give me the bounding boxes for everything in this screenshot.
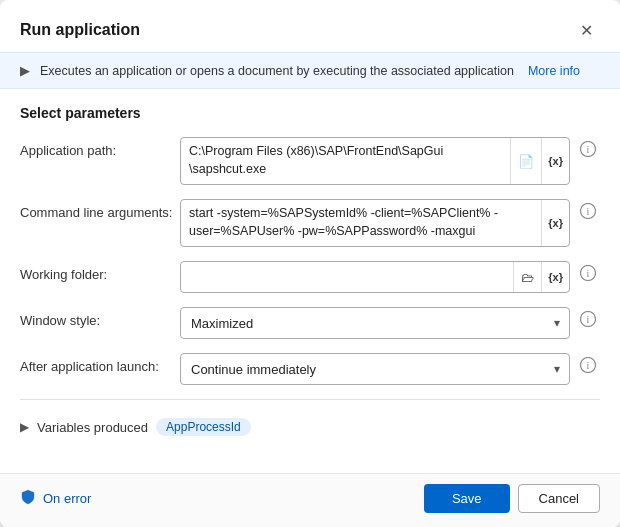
footer-buttons: Save Cancel	[424, 484, 600, 513]
application-path-control: C:\Program Files (x86)\SAP\FrontEnd\SapG…	[180, 137, 600, 185]
after-launch-select-wrap: Continue immediately Wait for applicatio…	[180, 353, 570, 385]
application-path-input[interactable]: C:\Program Files (x86)\SAP\FrontEnd\SapG…	[181, 138, 510, 184]
folder-browse-button[interactable]: 🗁	[513, 262, 541, 292]
working-folder-control: 🗁 {x} i	[180, 261, 600, 293]
variables-chevron-icon[interactable]: ▶	[20, 420, 29, 434]
after-launch-label: After application launch:	[20, 353, 180, 374]
application-path-input-wrap: C:\Program Files (x86)\SAP\FrontEnd\SapG…	[180, 137, 570, 185]
window-style-select[interactable]: Maximized Normal Minimized	[180, 307, 570, 339]
info-button-folder[interactable]: i	[576, 261, 600, 285]
info-button-cmdline[interactable]: i	[576, 199, 600, 223]
dialog-footer: On error Save Cancel	[0, 473, 620, 527]
more-info-link[interactable]: More info	[528, 64, 580, 78]
info-button-windowstyle[interactable]: i	[576, 307, 600, 331]
window-style-control: Maximized Normal Minimized ▾ i	[180, 307, 600, 339]
window-style-select-wrap: Maximized Normal Minimized ▾	[180, 307, 570, 339]
application-path-row: Application path: C:\Program Files (x86)…	[20, 137, 600, 185]
svg-text:i: i	[587, 360, 590, 371]
run-application-dialog: Run application ✕ ▶ Executes an applicat…	[0, 0, 620, 527]
window-style-row: Window style: Maximized Normal Minimized…	[20, 307, 600, 339]
command-line-input[interactable]: start -system=%SAPSystemId% -client=%SAP…	[181, 200, 541, 246]
insert-variable-button-cmdline[interactable]: {x}	[541, 200, 569, 246]
svg-text:i: i	[587, 144, 590, 155]
insert-variable-button-folder[interactable]: {x}	[541, 262, 569, 292]
svg-text:i: i	[587, 314, 590, 325]
svg-text:i: i	[587, 268, 590, 279]
shield-icon	[20, 489, 36, 508]
dialog-title: Run application	[20, 21, 140, 39]
section-title: Select parameters	[20, 105, 600, 121]
command-line-control: start -system=%SAPSystemId% -client=%SAP…	[180, 199, 600, 247]
cancel-button[interactable]: Cancel	[518, 484, 600, 513]
command-line-row: Command line arguments: start -system=%S…	[20, 199, 600, 247]
after-launch-row: After application launch: Continue immed…	[20, 353, 600, 385]
save-button[interactable]: Save	[424, 484, 510, 513]
working-folder-label: Working folder:	[20, 261, 180, 282]
close-button[interactable]: ✕	[572, 16, 600, 44]
on-error-section[interactable]: On error	[20, 489, 91, 508]
variables-label: Variables produced	[37, 420, 148, 435]
play-icon: ▶	[20, 63, 30, 78]
divider	[20, 399, 600, 400]
working-folder-input-wrap: 🗁 {x}	[180, 261, 570, 293]
window-style-label: Window style:	[20, 307, 180, 328]
insert-variable-button-apppath[interactable]: {x}	[541, 138, 569, 184]
after-launch-control: Continue immediately Wait for applicatio…	[180, 353, 600, 385]
svg-text:i: i	[587, 206, 590, 217]
file-browse-button[interactable]: 📄	[510, 138, 541, 184]
info-banner: ▶ Executes an application or opens a doc…	[0, 52, 620, 89]
variables-row: ▶ Variables produced AppProcessId	[20, 410, 600, 440]
working-folder-row: Working folder: 🗁 {x} i	[20, 261, 600, 293]
command-line-label: Command line arguments:	[20, 199, 180, 220]
after-launch-select[interactable]: Continue immediately Wait for applicatio…	[180, 353, 570, 385]
on-error-label: On error	[43, 491, 91, 506]
info-banner-text: Executes an application or opens a docum…	[40, 64, 514, 78]
info-button-apppath[interactable]: i	[576, 137, 600, 161]
dialog-body: Select parameters Application path: C:\P…	[0, 89, 620, 473]
dialog-header: Run application ✕	[0, 0, 620, 52]
application-path-label: Application path:	[20, 137, 180, 158]
variables-badge: AppProcessId	[156, 418, 251, 436]
info-button-afterlaunch[interactable]: i	[576, 353, 600, 377]
command-line-input-wrap: start -system=%SAPSystemId% -client=%SAP…	[180, 199, 570, 247]
working-folder-input[interactable]	[181, 262, 513, 292]
